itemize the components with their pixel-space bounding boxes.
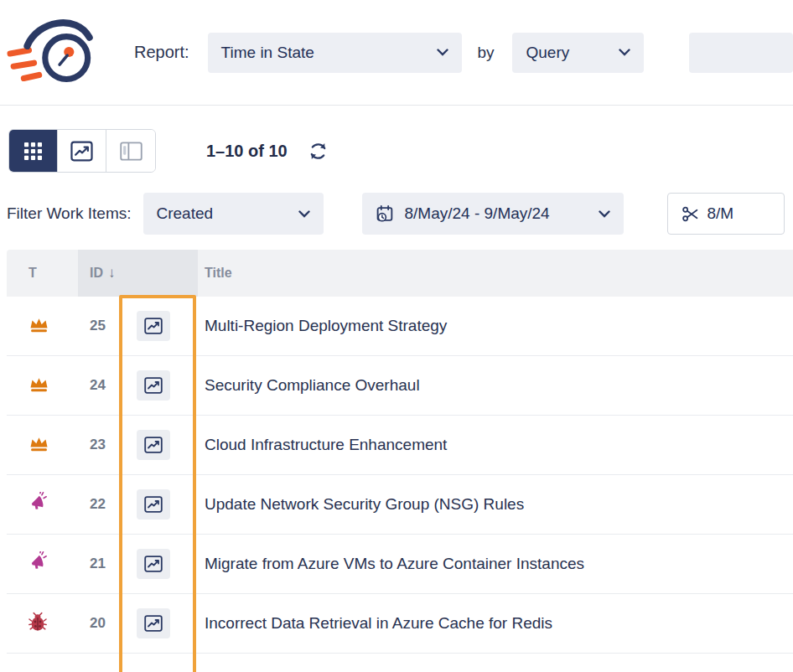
chart-view-button[interactable]	[58, 130, 106, 172]
report-select-value: Time in State	[221, 44, 314, 62]
work-items-table: T ID ↓ Title 25Multi-Region Deployment S…	[7, 250, 793, 672]
top-bar: Report: Time in State by Query	[0, 0, 793, 106]
work-item-id: 25	[90, 318, 111, 334]
work-item-title[interactable]: Migrate from Azure VMs to Azure Containe…	[205, 555, 584, 573]
chevron-down-icon	[599, 210, 610, 218]
filter-bar: Filter Work Items: Created 8/May/24 - 9/…	[7, 193, 793, 235]
work-item-id: 22	[90, 496, 111, 513]
exclude-range-select[interactable]: 8/M	[667, 193, 785, 235]
crown-icon	[29, 434, 49, 456]
work-item-id: 20	[90, 615, 111, 632]
chevron-down-icon	[437, 49, 448, 56]
work-item-title[interactable]: Incorrect Data Retrieval in Azure Cache …	[205, 614, 552, 633]
chart-icon	[144, 377, 163, 394]
filter-field-select[interactable]: Created	[143, 193, 324, 235]
secondary-select[interactable]	[689, 33, 793, 73]
group-by-select-value: Query	[526, 44, 569, 62]
row-chart-button[interactable]	[137, 489, 170, 520]
column-header-id[interactable]: ID ↓	[78, 250, 198, 297]
column-header-type[interactable]: T	[7, 250, 78, 297]
table-body: 25Multi-Region Deployment Strategy24Secu…	[7, 297, 793, 672]
report-label: Report:	[134, 43, 189, 62]
chart-icon	[144, 496, 163, 513]
chart-icon	[144, 437, 163, 453]
board-view-button[interactable]	[106, 130, 155, 172]
row-chart-button[interactable]	[137, 311, 170, 341]
view-toggle-group	[8, 129, 156, 173]
board-view-icon	[120, 142, 143, 161]
table-row: 22Update Network Security Group (NSG) Ru…	[7, 475, 793, 535]
row-chart-button[interactable]	[137, 549, 170, 579]
work-item-id: 24	[90, 377, 111, 394]
filter-label: Filter Work Items:	[7, 204, 132, 223]
column-header-id-label: ID	[90, 266, 103, 281]
row-chart-button[interactable]	[137, 430, 170, 460]
work-item-title[interactable]: Security Compliance Overhaul	[205, 376, 420, 395]
date-range-value: 8/May/24 - 9/May/24	[405, 204, 550, 223]
pagination-count: 1–10 of 10	[206, 142, 288, 161]
table-row: 24Security Compliance Overhaul	[7, 356, 793, 416]
exclude-range-value: 8/M	[707, 204, 734, 223]
table-row: 21Migrate from Azure VMs to Azure Contai…	[7, 535, 793, 594]
chart-icon	[144, 318, 163, 334]
work-item-title[interactable]: Multi-Region Deployment Strategy	[205, 317, 447, 335]
crown-icon	[29, 315, 49, 337]
view-toolbar: 1–10 of 10	[8, 129, 793, 173]
group-by-select[interactable]: Query	[512, 33, 644, 73]
chevron-down-icon	[298, 210, 310, 218]
grid-view-icon	[23, 142, 43, 161]
megaphone-icon	[29, 492, 50, 517]
chevron-down-icon	[619, 49, 630, 56]
row-chart-button[interactable]	[137, 370, 170, 401]
filter-field-value: Created	[157, 204, 214, 223]
app-logo-icon	[5, 13, 106, 92]
work-item-id: 21	[90, 556, 111, 572]
grid-view-button[interactable]	[9, 130, 58, 172]
work-item-title[interactable]: Update Network Security Group (NSG) Rule…	[205, 495, 524, 514]
table-row: 20Incorrect Data Retrieval in Azure Cach…	[7, 594, 793, 654]
table-row: 23Cloud Infrastructure Enhancement	[7, 416, 793, 475]
megaphone-icon	[29, 551, 50, 576]
row-chart-button[interactable]	[137, 608, 170, 638]
chart-view-icon	[70, 141, 93, 162]
table-header: T ID ↓ Title	[7, 250, 793, 297]
chart-icon	[144, 615, 163, 632]
table-row-partial	[7, 654, 793, 672]
refresh-button[interactable]	[308, 141, 329, 162]
report-select[interactable]: Time in State	[208, 33, 463, 73]
by-label: by	[477, 44, 494, 62]
crown-icon	[29, 375, 49, 396]
work-item-title[interactable]: Cloud Infrastructure Enhancement	[205, 436, 447, 454]
calendar-clock-icon	[376, 204, 395, 224]
date-range-select[interactable]: 8/May/24 - 9/May/24	[362, 193, 624, 235]
work-item-id: 23	[90, 437, 111, 453]
chart-icon	[144, 556, 163, 572]
scissors-icon	[682, 205, 699, 223]
refresh-icon	[308, 141, 329, 162]
sort-descending-icon: ↓	[108, 265, 116, 282]
table-row: 25Multi-Region Deployment Strategy	[7, 297, 793, 356]
bug-icon	[29, 612, 47, 635]
column-header-title[interactable]: Title	[198, 250, 793, 297]
